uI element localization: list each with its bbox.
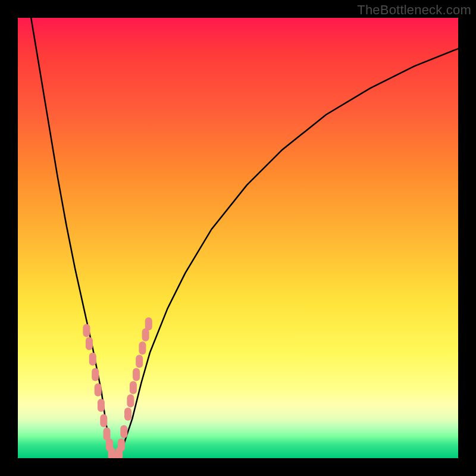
curve-marker <box>145 317 152 330</box>
curve-marker <box>100 414 107 427</box>
marker-group <box>83 317 152 458</box>
curve-marker <box>86 337 93 350</box>
curve-marker <box>95 383 102 396</box>
curve-marker <box>92 368 99 381</box>
curve-marker <box>139 342 146 355</box>
curve-marker <box>89 353 96 366</box>
watermark-text: TheBottleneck.com <box>357 2 471 18</box>
curve-marker <box>83 324 90 337</box>
curve-marker <box>130 381 137 394</box>
curve-marker <box>127 394 134 408</box>
curve-marker <box>124 408 131 421</box>
curve-marker <box>98 399 105 412</box>
curve-marker <box>118 439 125 452</box>
plot-area <box>18 18 458 458</box>
curve-marker <box>133 368 140 381</box>
outer-frame: TheBottleneck.com <box>0 0 476 476</box>
curve-svg <box>18 18 458 458</box>
curve-marker <box>136 355 143 368</box>
curve-marker <box>120 425 127 439</box>
